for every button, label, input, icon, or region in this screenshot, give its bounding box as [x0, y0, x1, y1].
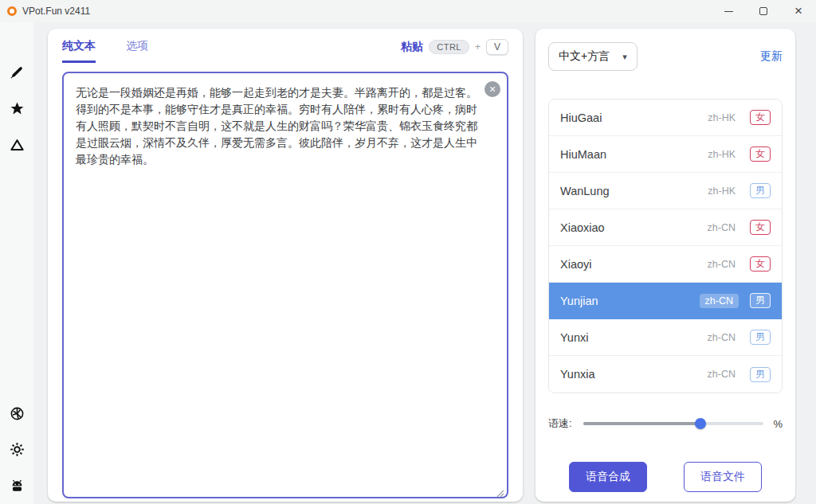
chevron-down-icon [622, 52, 627, 62]
ctrl-key-hint: CTRL [429, 40, 469, 54]
aperture-icon[interactable] [9, 405, 25, 421]
sidebar-top-group [9, 64, 25, 153]
resize-handle-icon[interactable] [496, 486, 504, 494]
voice-row[interactable]: Xiaoyi zh-CN 女 [549, 246, 782, 283]
plus-sign: + [475, 41, 481, 53]
v-key-hint: V [486, 39, 508, 55]
voice-lang: zh-HK [708, 149, 736, 160]
close-icon [794, 4, 802, 18]
editor-header: 纯文本 选项 粘贴 CTRL + V [48, 29, 523, 70]
voice-name: WanLung [560, 185, 610, 197]
pen-icon[interactable] [9, 64, 25, 80]
voice-name: HiuMaan [560, 148, 606, 161]
voice-lang: zh-CN [708, 369, 736, 380]
speed-unit: % [773, 418, 783, 430]
gender-badge: 女 [750, 256, 771, 272]
voice-name: HiuGaai [560, 111, 602, 124]
paste-group: 粘贴 CTRL + V [401, 39, 508, 55]
close-button[interactable] [781, 0, 816, 22]
synthesize-button[interactable]: 语音合成 [569, 462, 647, 492]
android-icon[interactable] [9, 477, 25, 493]
minimize-button[interactable] [711, 0, 746, 22]
speed-row: 语速: % [548, 416, 783, 432]
language-select-value: 中文+方言 [559, 49, 610, 64]
window-title: VPot.Fun v2411 [22, 6, 90, 17]
voice-row[interactable]: Yunxi zh-CN 男 [549, 319, 782, 356]
maximize-icon [759, 7, 767, 15]
star-icon[interactable] [9, 100, 25, 116]
voice-row[interactable]: Xiaoxiao zh-CN 女 [549, 209, 782, 246]
maximize-button[interactable] [746, 0, 781, 22]
voice-lang: zh-CN [708, 259, 736, 270]
tab-options[interactable]: 选项 [126, 39, 148, 61]
gender-badge: 男 [750, 330, 771, 345]
voice-row[interactable]: WanLung zh-HK 男 [549, 173, 782, 209]
voice-list: HiuGaai zh-HK 女 HiuMaan zh-HK 女 WanLung … [548, 99, 783, 393]
voice-lang: zh-CN [700, 294, 739, 308]
gender-badge: 男 [750, 293, 771, 308]
textarea-wrap: 无论是一段婚姻还是再婚，能够一起走到老的才是夫妻。半路离开的，都是过客。得到的不… [62, 72, 508, 498]
gear-icon[interactable] [9, 441, 25, 457]
voice-file-button[interactable]: 语音文件 [684, 462, 762, 492]
gender-badge: 男 [750, 367, 771, 382]
gender-badge: 女 [750, 220, 771, 235]
gender-badge: 女 [750, 110, 771, 125]
speed-slider-fill [583, 422, 700, 425]
action-buttons: 语音合成 语音文件 [548, 462, 783, 492]
voices-panel: 中文+方言 更新 HiuGaai zh-HK 女 HiuMaan zh-HK 女… [536, 29, 795, 502]
voice-lang: zh-HK [708, 112, 736, 123]
voice-name: Xiaoyi [560, 258, 592, 271]
voice-name: Yunjian [560, 295, 598, 307]
voice-name: Yunxi [560, 331, 588, 344]
voice-row[interactable]: Yunjian zh-CN 男 [549, 283, 782, 319]
voice-lang: zh-HK [708, 186, 736, 197]
voice-row[interactable]: Yunxia zh-CN 男 [549, 356, 782, 393]
window-controls [711, 0, 816, 22]
voice-row[interactable]: HiuGaai zh-HK 女 [549, 100, 782, 136]
voice-name: Xiaoxiao [560, 221, 605, 234]
voices-header: 中文+方言 更新 [548, 41, 783, 72]
titlebar-left: VPot.Fun v2411 [0, 6, 90, 17]
voice-lang: zh-CN [708, 222, 736, 233]
gender-badge: 男 [750, 183, 771, 198]
language-select[interactable]: 中文+方言 [548, 42, 638, 71]
app-logo-icon [7, 6, 17, 16]
editor-panel: 纯文本 选项 粘贴 CTRL + V 无论是一段婚姻还是再婚，能够一起走到老的才… [48, 29, 523, 502]
gender-badge: 女 [750, 147, 771, 162]
speed-slider-handle[interactable] [695, 418, 706, 429]
clear-text-button[interactable] [484, 81, 500, 97]
triangle-icon[interactable] [9, 137, 25, 153]
speed-label: 语速: [548, 416, 572, 431]
sidebar [0, 22, 33, 504]
voice-name: Yunxia [560, 368, 595, 381]
voice-lang: zh-CN [708, 332, 736, 343]
tab-plain-text[interactable]: 纯文本 [62, 39, 96, 63]
text-input[interactable]: 无论是一段婚姻还是再婚，能够一起走到老的才是夫妻。半路离开的，都是过客。得到的不… [62, 72, 508, 498]
refresh-link[interactable]: 更新 [760, 49, 783, 64]
sidebar-bottom-group [9, 405, 25, 493]
speed-slider[interactable] [583, 422, 764, 425]
titlebar: VPot.Fun v2411 [0, 0, 816, 22]
minimize-icon [724, 11, 733, 12]
paste-button[interactable]: 粘贴 [401, 40, 423, 54]
voice-row[interactable]: HiuMaan zh-HK 女 [549, 136, 782, 173]
